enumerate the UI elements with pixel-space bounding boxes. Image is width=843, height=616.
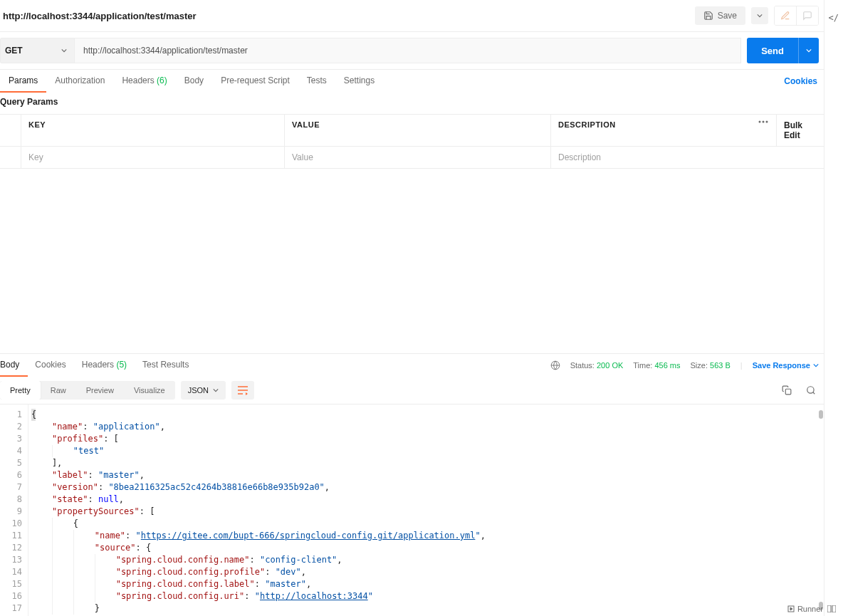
chevron-down-icon (757, 13, 763, 19)
tab-body[interactable]: Body (176, 70, 212, 93)
url-input[interactable] (74, 38, 741, 63)
scrollbar-thumb[interactable] (819, 410, 823, 419)
svg-point-9 (807, 387, 814, 393)
send-dropdown[interactable] (798, 38, 819, 63)
comment-icon-button[interactable] (797, 6, 818, 25)
footer: Runner (780, 602, 843, 616)
tab-params[interactable]: Params (0, 70, 46, 93)
http-method-label: GET (5, 46, 23, 56)
query-params-title: Query Params (0, 93, 824, 114)
params-table: KEY VALUE DESCRIPTION Bulk Edit (0, 114, 824, 169)
response-panel: Body Cookies Headers (5) Test Results St… (0, 353, 824, 616)
chevron-down-icon (813, 362, 819, 368)
view-preview[interactable]: Preview (76, 381, 124, 400)
size-label: Size: 563 B (691, 361, 731, 370)
svg-point-1 (763, 121, 765, 123)
panes-icon (827, 605, 836, 612)
view-visualize[interactable]: Visualize (124, 381, 175, 400)
description-input[interactable] (558, 152, 817, 162)
status-label: Status: 200 OK (570, 361, 624, 370)
copy-button[interactable] (779, 382, 795, 398)
column-key: KEY (21, 115, 285, 146)
checkbox-column (0, 115, 21, 146)
url-bar: GET Send (0, 32, 824, 70)
resp-tab-test-results[interactable]: Test Results (142, 354, 197, 377)
code-icon[interactable]: </ (829, 13, 839, 23)
save-button[interactable]: Save (695, 6, 745, 25)
search-icon (806, 385, 816, 395)
ellipsis-icon (758, 120, 768, 123)
request-header: http://localhost:3344/application/test/m… (0, 0, 824, 32)
save-dropdown[interactable] (751, 7, 768, 24)
line-gutter: 1234567891011121314151617 (0, 404, 28, 616)
save-response-button[interactable]: Save Response (753, 361, 819, 370)
comment-icon (802, 11, 812, 21)
wrap-lines-button[interactable] (231, 381, 254, 400)
resp-tab-body[interactable]: Body (0, 354, 28, 377)
svg-marker-12 (790, 607, 792, 610)
wrap-icon (237, 385, 248, 395)
svg-line-10 (813, 392, 815, 395)
request-title: http://localhost:3344/application/test/m… (3, 11, 197, 21)
column-description: DESCRIPTION (551, 115, 751, 146)
time-label: Time: 456 ms (633, 361, 680, 370)
globe-icon[interactable] (550, 360, 560, 370)
svg-rect-8 (785, 389, 791, 395)
request-tabs: Params Authorization Headers (6) Body Pr… (0, 70, 824, 93)
key-input[interactable] (28, 152, 277, 162)
response-body-editor[interactable]: 1234567891011121314151617 { "name": "app… (0, 404, 824, 616)
value-input[interactable] (292, 152, 543, 162)
search-button[interactable] (803, 382, 819, 398)
tab-authorization[interactable]: Authorization (46, 70, 113, 93)
chevron-down-icon (213, 387, 219, 393)
tab-tests[interactable]: Tests (298, 70, 335, 93)
view-pretty[interactable]: Pretty (0, 381, 41, 400)
svg-rect-13 (827, 605, 831, 612)
runner-button[interactable]: Runner (787, 605, 823, 613)
save-label: Save (718, 11, 737, 21)
play-icon (787, 605, 795, 612)
resp-tab-cookies[interactable]: Cookies (35, 354, 74, 377)
svg-point-0 (759, 121, 761, 123)
view-raw[interactable]: Raw (41, 381, 76, 400)
tab-settings[interactable]: Settings (335, 70, 383, 93)
resp-tab-headers[interactable]: Headers (5) (82, 354, 135, 377)
tab-headers[interactable]: Headers (6) (113, 70, 175, 93)
copy-icon (782, 385, 792, 395)
svg-point-2 (766, 121, 768, 123)
chevron-down-icon (61, 48, 67, 53)
save-icon (703, 11, 713, 21)
http-method-select[interactable]: GET (0, 38, 74, 63)
send-button[interactable]: Send (747, 38, 798, 63)
chevron-down-icon (806, 48, 812, 53)
tab-prerequest[interactable]: Pre-request Script (212, 70, 298, 93)
panes-button[interactable] (827, 605, 836, 612)
edit-icon-button[interactable] (775, 6, 797, 25)
format-select[interactable]: JSON (181, 381, 226, 400)
column-value: VALUE (285, 115, 551, 146)
table-row (0, 146, 824, 168)
pencil-icon (780, 11, 790, 21)
bulk-edit-button[interactable]: Bulk Edit (777, 115, 824, 146)
cookies-link[interactable]: Cookies (782, 71, 819, 92)
more-options[interactable] (751, 115, 777, 146)
svg-rect-14 (832, 605, 836, 612)
